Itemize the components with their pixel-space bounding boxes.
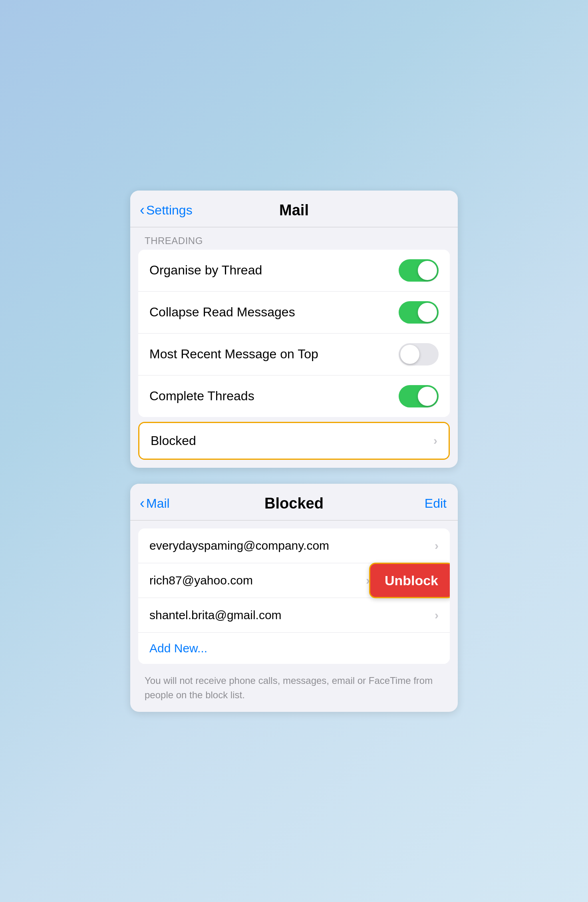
blocked-email-item-1[interactable]: everydayspaming@company.com › (138, 528, 450, 563)
blocked-email-item-3[interactable]: shantel.brita@gmail.com › (138, 598, 450, 633)
add-new-label: Add New... (149, 642, 207, 655)
blocked-row[interactable]: Blocked › (139, 423, 449, 459)
mail-title: Mail (279, 202, 309, 219)
settings-back-button[interactable]: ‹ Settings (140, 203, 193, 218)
blocked-row-wrapper: Blocked › (138, 422, 450, 460)
blocked-email-address-1: everydayspaming@company.com (149, 539, 329, 552)
most-recent-message-toggle[interactable] (399, 343, 439, 366)
settings-mail-card: ‹ Settings Mail THREADING Organise by Th… (130, 191, 458, 468)
organise-by-thread-toggle[interactable] (399, 259, 439, 282)
mail-header: ‹ Settings Mail (130, 191, 458, 227)
add-new-row[interactable]: Add New... (138, 633, 450, 664)
blocked-email-list: everydayspaming@company.com › rich87@yah… (138, 528, 450, 664)
back-chevron-icon: ‹ (140, 203, 145, 217)
email-chevron-icon-3: › (435, 608, 439, 622)
collapse-read-messages-row: Collapse Read Messages (138, 292, 450, 334)
blocked-card: ‹ Mail Blocked Edit everydayspaming@comp… (130, 484, 458, 712)
blocked-email-item-2[interactable]: rich87@yahoo.com › Unblock (138, 563, 450, 598)
collapse-read-messages-label: Collapse Read Messages (149, 305, 295, 320)
blocked-title: Blocked (264, 495, 324, 512)
blocked-header: ‹ Mail Blocked Edit (130, 484, 458, 521)
mail-back-button[interactable]: ‹ Mail (140, 496, 170, 511)
back-chevron-icon: ‹ (140, 496, 145, 511)
unblock-button-wrapper: Unblock (369, 562, 450, 598)
most-recent-message-row: Most Recent Message on Top (138, 334, 450, 376)
organise-by-thread-label: Organise by Thread (149, 263, 262, 278)
phone-container: ‹ Settings Mail THREADING Organise by Th… (114, 167, 474, 736)
threading-settings-list: Organise by Thread Collapse Read Message… (138, 250, 450, 417)
edit-button[interactable]: Edit (425, 496, 447, 511)
back-label: Settings (146, 203, 193, 218)
complete-threads-row: Complete Threads (138, 376, 450, 417)
mail-back-label: Mail (146, 496, 170, 511)
toggle-knob (418, 303, 437, 322)
organise-by-thread-row: Organise by Thread (138, 250, 450, 292)
blocked-email-address-2: rich87@yahoo.com (149, 574, 253, 587)
threading-section-label: THREADING (130, 227, 458, 250)
unblock-button[interactable]: Unblock (369, 562, 450, 598)
complete-threads-toggle[interactable] (399, 385, 439, 407)
email-chevron-icon-1: › (435, 539, 439, 552)
blocked-footer-note: You will not receive phone calls, messag… (130, 669, 458, 712)
blocked-email-address-3: shantel.brita@gmail.com (149, 608, 282, 622)
blocked-chevron-icon: › (433, 434, 437, 447)
collapse-read-messages-toggle[interactable] (399, 301, 439, 324)
complete-threads-label: Complete Threads (149, 389, 254, 403)
most-recent-message-label: Most Recent Message on Top (149, 347, 318, 362)
blocked-label: Blocked (151, 433, 196, 448)
toggle-knob (418, 261, 437, 280)
toggle-knob (418, 387, 437, 406)
toggle-knob (400, 345, 419, 364)
